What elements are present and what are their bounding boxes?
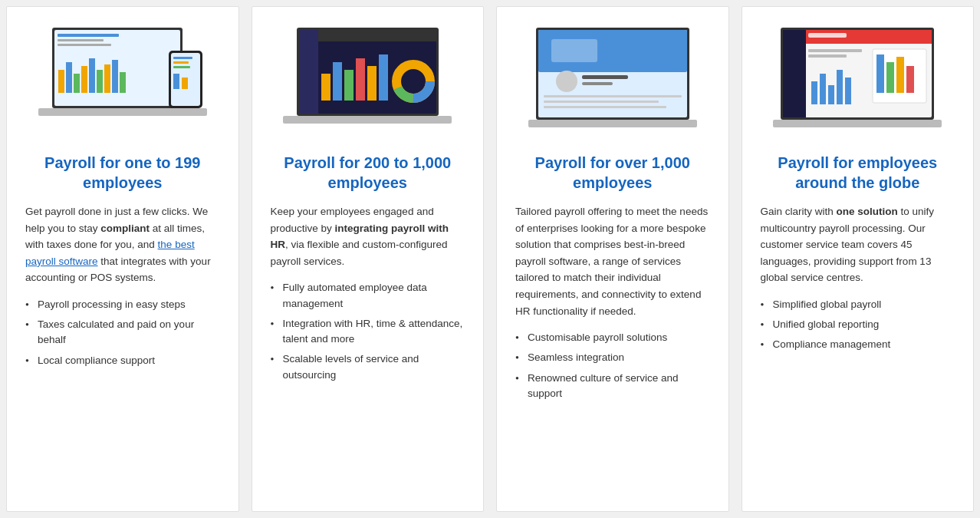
svg-rect-55 [820,74,826,104]
svg-rect-21 [182,78,188,89]
svg-rect-17 [173,57,192,59]
svg-rect-63 [906,66,914,93]
card-1-bullet-2: Taxes calculated and paid on your behalf [25,317,220,348]
svg-rect-8 [81,66,87,93]
card-3-image [515,25,710,140]
svg-rect-25 [318,30,436,41]
card-4-bullets: Simplified global payrollUnified global … [761,297,955,358]
svg-rect-61 [886,62,894,93]
svg-rect-11 [104,64,110,93]
svg-rect-60 [876,54,884,93]
svg-rect-20 [173,74,179,89]
svg-rect-42 [582,82,613,85]
card-3-bullet-1: Customisable payroll solutions [515,330,710,345]
svg-rect-53 [808,54,847,58]
svg-rect-2 [58,34,119,37]
card-3-bullets: Customisable payroll solutionsSeamless i… [515,330,710,406]
svg-rect-41 [582,75,628,79]
card-3-bullet-2: Seamless integration [515,350,710,365]
svg-rect-54 [811,81,817,104]
cards-container: Payroll for one to 199 employeesGet payr… [0,0,980,518]
card-4-image [761,25,955,140]
svg-rect-19 [173,66,190,68]
card-1-bullets: Payroll processing in easy stepsTaxes ca… [25,297,220,373]
card-2-description: Keep your employees engaged and producti… [271,203,465,269]
svg-rect-29 [356,58,365,101]
card-1-image [25,25,220,140]
svg-rect-6 [66,62,72,93]
card-1-link[interactable]: the best payroll software [25,239,195,267]
card-2-bullet-2: Integration with HR, time & attendance, … [271,316,465,348]
card-3: Payroll for over 1,000 employeesTailored… [496,6,729,512]
svg-rect-31 [379,54,388,101]
card-4-description: Gain clarity with one solution to unify … [761,203,955,286]
svg-rect-57 [837,70,843,104]
svg-rect-18 [173,61,189,64]
svg-rect-62 [896,57,904,93]
card-3-description: Tailored payroll offering to meet the ne… [515,203,710,319]
card-1-title: Payroll for one to 199 employees [25,153,220,193]
svg-rect-27 [333,62,342,101]
svg-rect-49 [783,30,806,117]
card-4-title: Payroll for employees around the globe [761,153,955,193]
card-2-bullet-3: Scalable levels of service and outsourci… [271,351,465,383]
svg-rect-26 [321,74,331,101]
card-4-bullet-2: Unified global reporting [761,317,955,332]
svg-rect-10 [97,70,103,93]
card-4: Payroll for employees around the globeGa… [742,6,975,512]
card-4-bullet-1: Simplified global payroll [761,297,955,312]
svg-rect-51 [808,33,847,38]
card-3-title: Payroll for over 1,000 employees [515,153,710,193]
svg-rect-56 [828,85,834,104]
card-2-bullets: Fully automated employee data management… [271,280,465,388]
svg-point-40 [556,71,577,92]
card-2-title: Payroll for 200 to 1,000 employees [271,153,465,193]
card-2-bullet-1: Fully automated employee data management [271,280,465,312]
svg-rect-28 [344,70,354,101]
svg-rect-64 [773,120,942,127]
card-4-bullet-3: Compliance management [761,337,955,352]
card-2-image [271,25,465,140]
svg-rect-7 [74,74,80,93]
svg-rect-39 [551,39,597,62]
svg-rect-5 [58,70,64,93]
svg-rect-43 [544,95,682,97]
card-1-description: Get payroll done in just a few clicks. W… [25,203,220,286]
svg-rect-44 [544,101,659,103]
svg-rect-24 [299,30,318,114]
svg-rect-13 [120,72,126,93]
card-1: Payroll for one to 199 employeesGet payr… [6,6,239,512]
svg-rect-3 [58,39,104,41]
svg-rect-46 [528,120,697,127]
svg-rect-4 [58,44,111,46]
card-3-bullet-3: Renowned culture of service and support [515,371,710,402]
svg-rect-52 [808,49,862,52]
svg-rect-58 [845,78,851,104]
svg-rect-9 [89,58,95,93]
svg-rect-30 [367,66,377,101]
card-2: Payroll for 200 to 1,000 employeesKeep y… [252,6,485,512]
svg-rect-35 [283,116,452,124]
card-1-bullet-3: Local compliance support [25,353,220,368]
svg-rect-14 [38,108,207,116]
card-1-bullet-1: Payroll processing in easy steps [25,297,220,312]
svg-rect-45 [544,106,666,108]
svg-rect-12 [112,60,118,93]
